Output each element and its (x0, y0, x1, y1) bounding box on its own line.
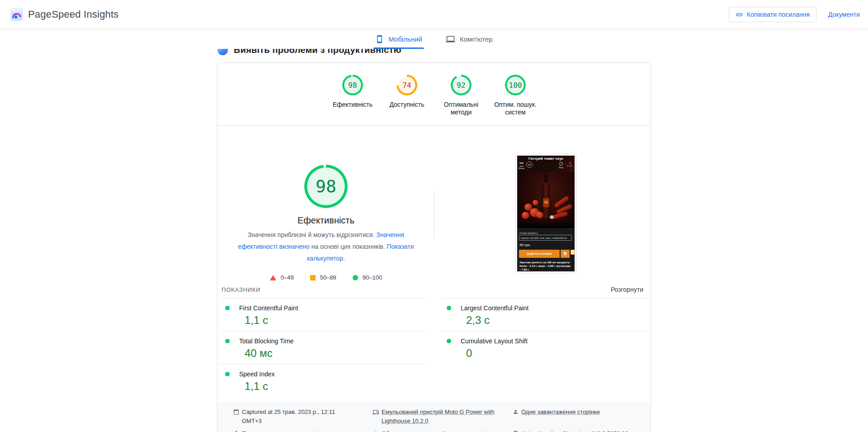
seo-score-ring: 100 (505, 75, 526, 95)
average-range-icon (310, 275, 316, 280)
best-practices-score-ring: 92 (451, 75, 472, 95)
tab-desktop-label: Комп'ютер (460, 35, 493, 43)
shot-qty: 1 (571, 250, 575, 255)
shot-price: 99 грн. (519, 243, 531, 247)
devices-icon (373, 409, 379, 415)
shot-product-photo (517, 172, 575, 228)
app-title: PageSpeed Insights (28, 9, 119, 20)
copy-link-button[interactable]: Копіювати посилання (729, 7, 816, 22)
tab-mobile-label: Мобільний (388, 35, 422, 43)
person-icon (513, 409, 519, 415)
score-performance[interactable]: 98 Ефективність (326, 75, 380, 125)
metric-good-dot (447, 306, 451, 310)
run-info-footer: Captured at 25 трав. 2023 р., 12:11 GMT+… (217, 402, 651, 432)
tab-mobile[interactable]: Мобільний (373, 29, 424, 49)
emulated-device[interactable]: Емульований пристрій Moto G Power with L… (373, 408, 513, 426)
metric-good-dot (225, 306, 230, 310)
link-icon (736, 11, 743, 19)
performance-section: 98 Ефективність Значення приблизні й мож… (217, 126, 651, 298)
score-legend: 0–49 50–89 90–100 (270, 274, 382, 281)
expand-metrics-button[interactable]: Розгорнути (611, 286, 643, 293)
active-tab-underline (373, 47, 424, 49)
category-score-summary: 98 Ефективність 74 Доступність 92 Оптима… (217, 63, 651, 126)
laptop-icon (446, 34, 455, 44)
shot-page-title: Гострий томат соус (517, 157, 575, 161)
score-accessibility[interactable]: 74 Доступність (380, 75, 434, 125)
shot-person-icon (559, 162, 563, 166)
score-seo[interactable]: 100 Оптим. пошук. систем (488, 75, 542, 125)
throttling-info[interactable]: Обмеження пропускної спроможності для (373, 429, 513, 432)
shot-lang-badge: UA (526, 161, 533, 168)
shot-cart-icon (561, 250, 570, 258)
gauge-description: Значення приблизні й можуть відрізнятися… (236, 229, 416, 264)
accessibility-score-ring: 74 (396, 75, 417, 95)
gauge-title: Ефективність (297, 215, 354, 226)
docs-link[interactable]: Документи (828, 11, 860, 18)
good-range-icon (353, 275, 358, 280)
initial-page-load[interactable]: Перше завантаження сторінки (233, 429, 373, 432)
app-header: PageSpeed Insights Копіювати посилання Д… (0, 0, 868, 29)
smartphone-icon (375, 35, 384, 43)
metric-good-dot (447, 339, 451, 343)
metric-cls: Cumulative Layout Shift 0 (441, 331, 648, 364)
strategy-tabbar: Мобільний Комп'ютер (0, 29, 868, 49)
shot-menu-icon (519, 162, 524, 166)
shot-cart-dot (569, 162, 571, 164)
poor-range-icon (270, 275, 276, 280)
shot-add-to-cart-button: ДОДАТИ В КОШИК (519, 250, 560, 258)
metric-good-dot (225, 339, 230, 343)
performance-score-ring: 98 (342, 75, 363, 95)
single-page-load[interactable]: Одне завантаження сторінки (513, 408, 646, 426)
shot-ingredients-label: Склад продукту (519, 232, 538, 234)
final-screenshot-thumbnail[interactable]: Гострий томат соус Меню UA Вхід 0 грн. (515, 154, 576, 273)
section-divider (434, 190, 434, 239)
metric-si: Speed Index 1,1 с (220, 364, 427, 397)
metric-lcp: Largest Contentful Paint 2,3 с (441, 298, 648, 331)
captured-at: Captured at 25 трав. 2023 р., 12:11 GMT+… (233, 408, 373, 426)
metrics-section-title: ПОКАЗНИКИ (222, 286, 260, 293)
shot-ingredients-value: перець гострий, сіль, оцет, томатний сік (519, 235, 572, 241)
metric-good-dot (225, 372, 230, 376)
metric-fcp: First Contentful Paint 1,1 с (220, 298, 427, 331)
metrics-grid: First Contentful Paint 1,1 с Largest Con… (217, 298, 651, 397)
app-logo-group[interactable]: PageSpeed Insights (10, 8, 119, 21)
score-best-practices[interactable]: 92 Оптимальні методи (434, 75, 488, 125)
metric-tbt: Total Blocking Time 40 мс (220, 331, 427, 364)
report-card: 98 Ефективність 74 Доступність 92 Оптима… (217, 62, 651, 432)
pagespeed-logo-icon (10, 8, 24, 21)
performance-gauge: 98 (304, 165, 348, 208)
browser-version[interactable]: Using HeadlessChromium 113.0.5672.92 wit… (513, 429, 646, 432)
calendar-icon (233, 409, 239, 415)
tab-desktop[interactable]: Комп'ютер (444, 29, 495, 49)
copy-link-label: Копіювати посилання (747, 11, 810, 18)
metric-empty-cell (441, 364, 648, 397)
shot-nutrition-text: Харчова цінність на 100 мл продукту: біл… (519, 261, 572, 271)
